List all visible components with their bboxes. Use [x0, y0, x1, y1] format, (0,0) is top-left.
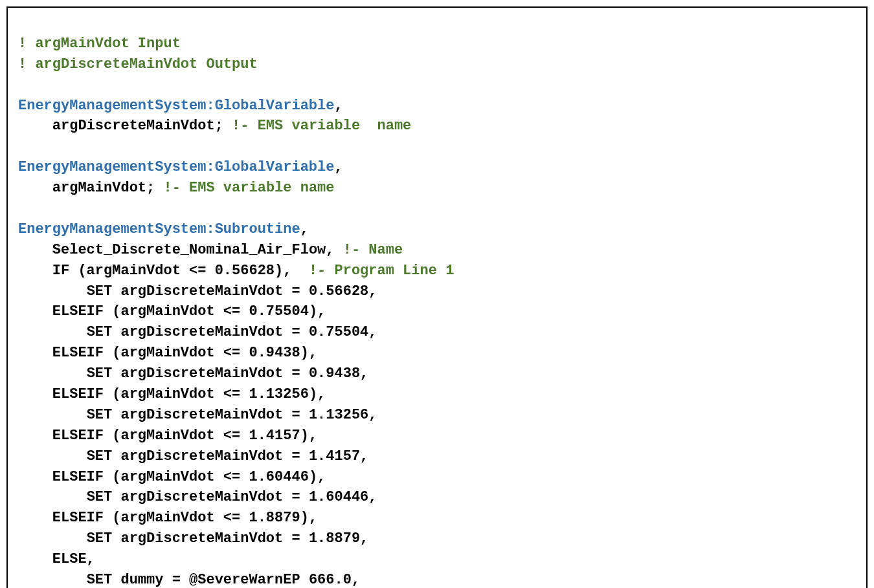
indent — [18, 283, 87, 299]
code-text: SET argDiscreteMainVdot = 1.4157, — [87, 448, 369, 464]
code-text: ELSEIF (argMainVdot <= 1.4157), — [52, 428, 317, 444]
indent — [18, 510, 52, 526]
keyword: EnergyManagementSystem:GlobalVariable — [18, 98, 334, 114]
code-text: Select_Discrete_Nominal_Air_Flow, — [52, 242, 343, 258]
keyword: EnergyManagementSystem:Subroutine — [18, 221, 300, 237]
comment-line: !- Program Line 1 — [309, 263, 454, 279]
code-text: ELSEIF (argMainVdot <= 0.9438), — [52, 345, 317, 361]
indent — [18, 263, 52, 279]
code-text: SET argDiscreteMainVdot = 0.75504, — [87, 324, 377, 340]
indent — [18, 242, 52, 258]
code-text: SET argDiscreteMainVdot = 1.13256, — [87, 407, 377, 423]
code-text: ELSEIF (argMainVdot <= 1.60446), — [52, 469, 326, 485]
indent — [18, 324, 87, 340]
code-text: argMainVdot; — [52, 180, 164, 196]
indent — [18, 407, 87, 423]
indent — [18, 118, 52, 134]
indent — [18, 489, 87, 505]
code-text: ELSE, — [52, 551, 95, 567]
code-text: ELSEIF (argMainVdot <= 1.8879), — [52, 510, 317, 526]
comment-line: !- EMS variable name — [163, 180, 334, 196]
indent — [18, 469, 52, 485]
indent — [18, 345, 52, 361]
code-text: IF (argMainVdot <= 0.56628), — [52, 263, 309, 279]
indent — [18, 448, 87, 464]
indent — [18, 180, 52, 196]
code-text: argDiscreteMainVdot; — [52, 118, 232, 134]
code-text: ELSEIF (argMainVdot <= 1.13256), — [52, 386, 326, 402]
indent — [18, 572, 87, 588]
code-text: SET argDiscreteMainVdot = 1.8879, — [87, 530, 369, 547]
indent — [18, 303, 52, 320]
code-text: SET argDiscreteMainVdot = 0.9438, — [87, 365, 369, 382]
comment-line: !- EMS variable name — [232, 118, 411, 134]
comment-line: ! argDiscreteMainVdot Output — [18, 56, 258, 72]
indent — [18, 530, 87, 547]
code-block: ! argMainVdot Input ! argDiscreteMainVdo… — [6, 6, 868, 588]
code-text: SET dummy = @SevereWarnEP 666.0, — [87, 572, 360, 588]
indent — [18, 365, 87, 382]
code-text: , — [334, 98, 342, 114]
code-text: , — [334, 159, 342, 175]
code-text: SET argDiscreteMainVdot = 0.56628, — [87, 283, 377, 299]
indent — [18, 551, 52, 567]
code-text: SET argDiscreteMainVdot = 1.60446, — [87, 489, 377, 505]
indent — [18, 428, 52, 444]
indent — [18, 386, 52, 402]
keyword: EnergyManagementSystem:GlobalVariable — [18, 159, 334, 175]
code-text: , — [300, 221, 309, 237]
code-text: ELSEIF (argMainVdot <= 0.75504), — [52, 303, 326, 320]
comment-line: !- Name — [343, 242, 403, 258]
comment-line: ! argMainVdot Input — [18, 36, 181, 52]
